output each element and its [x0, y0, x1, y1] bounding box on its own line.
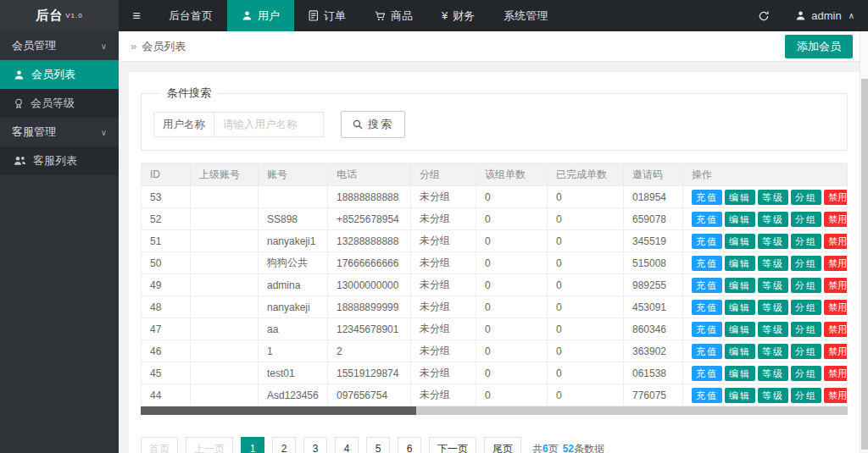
sidebar-item-service-list[interactable]: 客服列表: [0, 146, 119, 175]
disable-button[interactable]: 禁用: [824, 322, 848, 337]
disable-button[interactable]: 禁用: [824, 190, 848, 205]
group-button[interactable]: 分组: [791, 388, 821, 403]
edit-button[interactable]: 编辑: [725, 278, 755, 293]
group-button[interactable]: 分组: [791, 190, 821, 205]
group-button[interactable]: 分组: [791, 256, 821, 271]
level-button[interactable]: 等级: [758, 322, 788, 337]
group-button[interactable]: 分组: [791, 278, 821, 293]
cell-account: 狗狗公共: [259, 252, 328, 274]
group-button[interactable]: 分组: [791, 234, 821, 249]
vertical-scrollbar-thumb[interactable]: [861, 79, 868, 450]
refresh-icon[interactable]: [758, 10, 770, 22]
cell-account: nanyakeji: [259, 296, 328, 318]
page-button-next[interactable]: 下一页: [429, 437, 476, 453]
horizontal-scrollbar[interactable]: [141, 406, 848, 415]
sidebar-item-member-level[interactable]: 会员等级: [0, 89, 119, 118]
cell-completed-orders: 0: [548, 340, 624, 362]
cell-group: 未分组: [411, 362, 476, 384]
top-menu-item-system[interactable]: 系统管理: [489, 0, 562, 31]
disable-button[interactable]: 禁用: [824, 278, 848, 293]
disable-button[interactable]: 禁用: [824, 388, 848, 403]
person-icon: [14, 69, 25, 80]
group-button[interactable]: 分组: [791, 322, 821, 337]
sidebar-group-member-management[interactable]: 会员管理∨: [0, 31, 119, 60]
page-button-page-3[interactable]: 3: [303, 437, 327, 453]
recharge-button[interactable]: 充值: [692, 212, 722, 227]
top-menu-item-home[interactable]: 后台首页: [154, 0, 227, 31]
top-menu-item-users[interactable]: 用户: [227, 0, 294, 31]
add-member-button[interactable]: 添加会员: [785, 35, 853, 58]
level-button[interactable]: 等级: [758, 278, 788, 293]
disable-button[interactable]: 禁用: [824, 234, 848, 249]
level-button[interactable]: 等级: [758, 190, 788, 205]
page-button-prev[interactable]: 上一页: [186, 437, 233, 453]
edit-button[interactable]: 编辑: [725, 366, 755, 381]
page-button-last[interactable]: 尾页: [484, 437, 521, 453]
edit-button[interactable]: 编辑: [725, 322, 755, 337]
cell-id: 53: [142, 186, 191, 208]
recharge-button[interactable]: 充值: [692, 366, 722, 381]
edit-button[interactable]: 编辑: [725, 388, 755, 403]
group-button[interactable]: 分组: [791, 300, 821, 315]
page-button-page-1[interactable]: 1: [241, 437, 264, 453]
hamburger-icon[interactable]: ≡: [119, 0, 154, 31]
cell-completed-orders: 0: [548, 384, 624, 406]
cell-actions: 充值编辑等级分组禁用: [683, 340, 848, 362]
edit-button[interactable]: 编辑: [725, 212, 755, 227]
page-button-page-4[interactable]: 4: [335, 437, 359, 453]
table-row: 50狗狗公共17666666666未分组00515008充值编辑等级分组禁用: [142, 252, 848, 274]
recharge-button[interactable]: 充值: [692, 300, 722, 315]
sidebar-group-service-management[interactable]: 客服管理∨: [0, 118, 119, 146]
top-menu-item-orders[interactable]: 订单: [294, 0, 360, 31]
username-input[interactable]: [214, 112, 324, 137]
sidebar-item-member-list[interactable]: 会员列表: [0, 60, 119, 89]
disable-button[interactable]: 禁用: [824, 300, 848, 315]
cell-parent-account: [191, 384, 259, 406]
horizontal-scrollbar-thumb[interactable]: [141, 406, 416, 415]
cell-actions: 充值编辑等级分组禁用: [683, 318, 848, 340]
summary-pages-unit: 页: [548, 443, 559, 453]
user-icon: [795, 10, 806, 21]
page-button-first[interactable]: 首页: [141, 437, 178, 453]
top-menu-label: 后台首页: [169, 8, 213, 24]
recharge-button[interactable]: 充值: [692, 256, 722, 271]
level-button[interactable]: 等级: [758, 212, 788, 227]
disable-button[interactable]: 禁用: [824, 212, 848, 227]
app-version: V1.0: [65, 12, 82, 19]
recharge-button[interactable]: 充值: [692, 344, 722, 359]
user-menu[interactable]: admin ∧: [795, 9, 854, 22]
disable-button[interactable]: 禁用: [824, 366, 848, 381]
level-button[interactable]: 等级: [758, 234, 788, 249]
edit-button[interactable]: 编辑: [725, 256, 755, 271]
group-button[interactable]: 分组: [791, 366, 821, 381]
cell-account: 1: [259, 340, 328, 362]
top-menu-item-finance[interactable]: ¥财务: [427, 0, 489, 31]
vertical-scrollbar[interactable]: [860, 31, 868, 453]
edit-button[interactable]: 编辑: [725, 190, 755, 205]
top-menu-item-goods[interactable]: 商品: [360, 0, 427, 31]
disable-button[interactable]: 禁用: [824, 256, 848, 271]
recharge-button[interactable]: 充值: [692, 278, 722, 293]
search-button[interactable]: 搜索: [341, 111, 405, 138]
page-button-page-5[interactable]: 5: [366, 437, 390, 453]
recharge-button[interactable]: 充值: [692, 234, 722, 249]
table-body: 5318888888888未分组00018954充值编辑等级分组禁用52SS89…: [142, 186, 848, 406]
level-button[interactable]: 等级: [758, 388, 788, 403]
cell-id: 52: [142, 208, 191, 230]
level-button[interactable]: 等级: [758, 366, 788, 381]
recharge-button[interactable]: 充值: [692, 322, 722, 337]
column-header: 上级账号: [191, 163, 259, 186]
recharge-button[interactable]: 充值: [692, 190, 722, 205]
level-button[interactable]: 等级: [758, 344, 788, 359]
edit-button[interactable]: 编辑: [725, 300, 755, 315]
level-button[interactable]: 等级: [758, 256, 788, 271]
group-button[interactable]: 分组: [791, 344, 821, 359]
disable-button[interactable]: 禁用: [824, 344, 848, 359]
group-button[interactable]: 分组: [791, 212, 821, 227]
level-button[interactable]: 等级: [758, 300, 788, 315]
edit-button[interactable]: 编辑: [725, 344, 755, 359]
page-button-page-6[interactable]: 6: [398, 437, 421, 453]
recharge-button[interactable]: 充值: [692, 388, 722, 403]
edit-button[interactable]: 编辑: [725, 234, 755, 249]
page-button-page-2[interactable]: 2: [272, 437, 296, 453]
